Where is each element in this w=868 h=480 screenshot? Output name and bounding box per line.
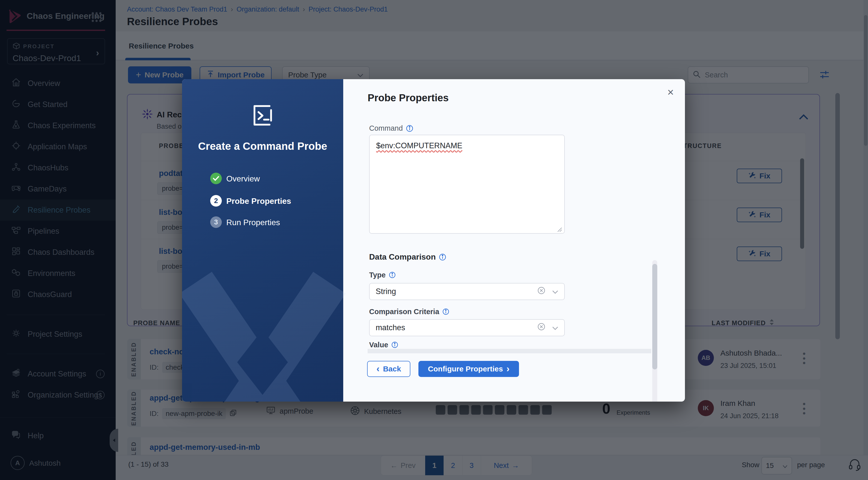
clear-icon[interactable] bbox=[537, 322, 546, 333]
step-1-done-icon[interactable] bbox=[210, 173, 222, 184]
modal-title: Probe Properties bbox=[368, 92, 448, 103]
info-icon[interactable] bbox=[442, 308, 450, 316]
command-textarea[interactable]: $env:COMPUTERNAME bbox=[369, 135, 565, 234]
form-clip-strip bbox=[368, 349, 651, 353]
create-command-probe-modal: Create a Command Probe Overview 2 Probe … bbox=[182, 79, 685, 402]
chevron-right-icon: › bbox=[506, 364, 509, 374]
configure-label: Configure Properties bbox=[428, 365, 503, 373]
chevron-left-icon: ‹ bbox=[376, 364, 379, 374]
info-icon[interactable] bbox=[391, 341, 399, 349]
modal-scrollbar-thumb[interactable] bbox=[652, 264, 657, 370]
step-3-number[interactable]: 3 bbox=[210, 216, 222, 228]
wizard-panel: Create a Command Probe Overview 2 Probe … bbox=[182, 79, 343, 402]
step-3-label[interactable]: Run Properties bbox=[226, 218, 280, 227]
back-button[interactable]: ‹ Back bbox=[367, 361, 410, 377]
form-scroll-area: Command $env:COMPUTERNAME Data Compariso… bbox=[368, 118, 651, 349]
configure-properties-button[interactable]: Configure Properties › bbox=[418, 361, 519, 377]
chevron-down-icon[interactable] bbox=[552, 287, 558, 296]
chevron-down-icon[interactable] bbox=[552, 323, 558, 332]
close-icon[interactable]: × bbox=[668, 87, 674, 98]
type-select-value: String bbox=[376, 287, 537, 296]
value-field-label: Value bbox=[369, 341, 399, 349]
resize-handle-icon[interactable] bbox=[557, 227, 562, 233]
wizard-title: Create a Command Probe bbox=[182, 140, 343, 152]
step-2-label[interactable]: Probe Properties bbox=[226, 196, 291, 206]
modal-scrollbar-track[interactable] bbox=[652, 260, 657, 402]
criteria-select-value: matches bbox=[376, 323, 537, 332]
clear-icon[interactable] bbox=[537, 286, 546, 297]
criteria-select[interactable]: matches bbox=[369, 319, 565, 336]
info-icon[interactable] bbox=[406, 125, 413, 132]
type-select[interactable]: String bbox=[369, 283, 565, 300]
harness-watermark-icon bbox=[182, 257, 358, 402]
data-comparison-section-label: Data Comparison bbox=[369, 252, 446, 262]
step-2-number[interactable]: 2 bbox=[210, 195, 222, 206]
criteria-field-label: Comparison Criteria bbox=[369, 308, 450, 316]
back-label: Back bbox=[383, 365, 401, 373]
terminal-icon bbox=[251, 103, 275, 128]
info-icon[interactable] bbox=[389, 271, 396, 279]
step-1-label[interactable]: Overview bbox=[226, 174, 260, 184]
app-root: Chaos Engineering PROJECT Chaos-Dev-Prod… bbox=[0, 0, 868, 480]
command-field-label: Command bbox=[369, 124, 413, 132]
type-field-label: Type bbox=[369, 271, 396, 279]
info-icon[interactable] bbox=[439, 253, 446, 261]
